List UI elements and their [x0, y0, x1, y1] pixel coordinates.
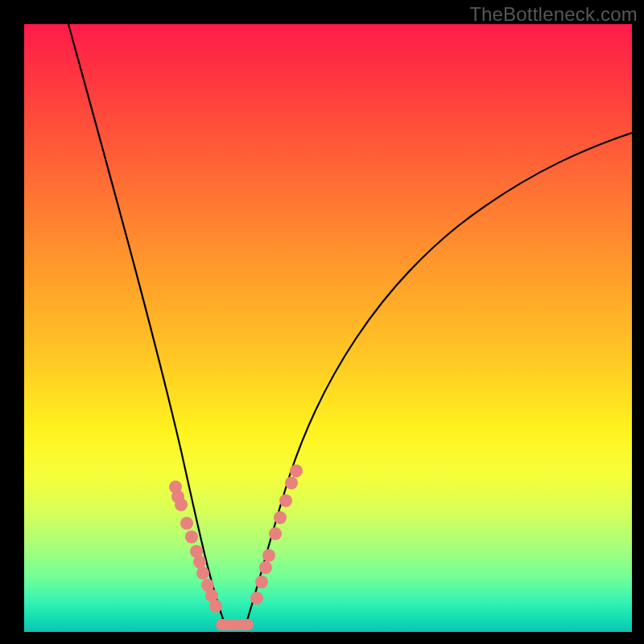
- marker-dot: [255, 576, 268, 588]
- marker-dot: [196, 567, 209, 580]
- marker-dot: [175, 498, 188, 511]
- chart-svg: [24, 24, 632, 632]
- marker-dot: [279, 494, 292, 507]
- marker-dot: [290, 464, 303, 477]
- marker-dot: [209, 600, 222, 613]
- chart-frame: [24, 24, 632, 632]
- marker-dot: [185, 530, 198, 543]
- marker-dot: [193, 555, 206, 568]
- marker-dot: [285, 477, 298, 489]
- curve-right-branch: [246, 133, 632, 625]
- marker-group-left: [169, 481, 222, 613]
- curve-left-branch: [68, 24, 225, 625]
- marker-dot: [262, 549, 275, 562]
- marker-dot: [180, 517, 193, 530]
- watermark-text: TheBottleneck.com: [469, 3, 638, 26]
- marker-dot: [250, 592, 263, 605]
- marker-dot: [269, 527, 282, 540]
- marker-group-right: [250, 464, 303, 605]
- marker-dot: [259, 561, 272, 574]
- marker-dot: [274, 511, 287, 524]
